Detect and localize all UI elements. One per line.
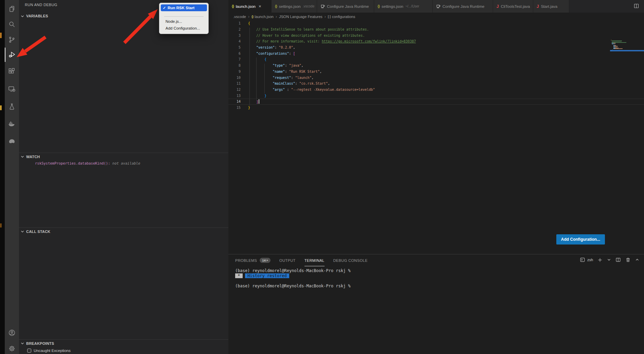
tab-configure-java-runtime[interactable]: Configure Java Runtime (433, 0, 493, 13)
tab-start-java[interactable]: JStart.java (533, 0, 569, 13)
breadcrumb-item[interactable]: {}launch.json (251, 15, 274, 19)
minimap-token (617, 46, 618, 47)
code-token: "Run RSK Start" (289, 70, 319, 73)
tab-configure-java-runtime[interactable]: Configure Java Runtime (317, 0, 374, 13)
line-number: 11 (228, 82, 241, 85)
docker-icon[interactable] (5, 117, 19, 131)
java-runtime-cup-icon (436, 4, 440, 9)
split-terminal-icon[interactable] (615, 257, 621, 263)
panel-tab-terminal[interactable]: TERMINAL (304, 254, 325, 266)
code-token: "co.rsk.Start" (299, 82, 328, 85)
new-terminal-icon[interactable] (597, 257, 603, 263)
history-star-badge: * (235, 273, 243, 278)
code-editor[interactable]: 1{2 // Use IntelliSense to learn about p… (228, 20, 644, 254)
breakpoints-header[interactable]: BREAKPOINTS (19, 339, 228, 347)
check-icon: ✓ (163, 6, 166, 10)
code-token: { (264, 57, 266, 61)
tab-description: .vscode (303, 4, 314, 8)
settings-gear-icon[interactable] (5, 342, 19, 354)
source-control-icon[interactable] (5, 33, 19, 47)
panel-actions: zsh (580, 257, 639, 263)
chevron-down-icon[interactable] (607, 258, 611, 262)
call-stack-header[interactable]: CALL STACK (19, 227, 228, 235)
panel-tab-problems[interactable]: PROBLEMS1K+ (235, 254, 271, 266)
code-text: "type": "java", (248, 64, 303, 67)
chevron-down-icon (21, 155, 24, 158)
section-label: WATCH (26, 155, 40, 159)
minimap-line (612, 45, 613, 45)
json-file-icon: {} (232, 4, 234, 8)
run-and-debug-icon[interactable] (5, 48, 19, 62)
indent-space (248, 34, 256, 37)
watch-value: not available (110, 161, 140, 165)
chevron-down-icon (21, 230, 24, 233)
code-token: "version" (256, 46, 275, 49)
code-line: 10 "request": "launch", (228, 74, 644, 81)
uncaught-exceptions-checkbox[interactable] (27, 349, 31, 353)
indent-space (248, 76, 273, 80)
watch-expression-row[interactable]: rskSystemProperties.databaseKind(): not … (35, 161, 140, 165)
line-number: 10 (228, 76, 241, 80)
watch-header[interactable]: WATCH (19, 153, 228, 160)
split-editor-button[interactable] (633, 3, 639, 10)
remote-explorer-icon[interactable] (5, 82, 19, 96)
menu-item-add-configuration[interactable]: Add Configuration... (166, 26, 200, 32)
breadcrumb-item[interactable]: [ ]configurations (328, 15, 355, 19)
account-icon[interactable] (5, 326, 19, 340)
panel-tab-bar: PROBLEMS1K+OUTPUTTERMINALDEBUG CONSOLE (235, 254, 368, 266)
line-number: 3 (228, 34, 241, 37)
panel-tab-debug-console[interactable]: DEBUG CONSOLE (333, 254, 368, 266)
desktop-edge-strip (0, 0, 5, 354)
chevron-up-icon[interactable] (635, 258, 639, 262)
menu-item-run-rsk-start[interactable]: ✓ Run RSK Start (161, 4, 207, 11)
explorer-icon[interactable] (5, 2, 19, 16)
code-text: ] (248, 99, 259, 104)
terminal-launch-icon[interactable] (580, 257, 585, 263)
line-number: 1 (228, 21, 241, 25)
panel-tab-output[interactable]: OUTPUT (279, 254, 296, 266)
code-line: 7 { (228, 56, 644, 63)
extensions-icon[interactable] (5, 65, 19, 79)
run-and-debug-sidebar: RUN AND DEBUG ··· VARIABLES WATCH rskSys… (19, 0, 228, 354)
code-token: "--regtest -Xkeyvalue.datasource=leveldb… (291, 88, 375, 91)
code-token: , (328, 82, 330, 85)
indent-space (248, 82, 273, 85)
code-line: 5 "version": "0.2.0", (228, 45, 644, 51)
tab-settings-json[interactable]: {}settings.json.vscode (272, 0, 317, 13)
breadcrumb-item[interactable]: JSON Language Features (279, 15, 323, 19)
code-text: { (248, 57, 266, 61)
breadcrumb-label: launch.json (255, 15, 274, 19)
code-text: "request": "launch", (248, 76, 314, 80)
code-token: // Use IntelliSense to learn about possi… (256, 28, 369, 31)
minimap[interactable] (610, 37, 644, 56)
code-token: , (312, 76, 314, 80)
tab-launch-json[interactable]: {}launch.json× (228, 0, 272, 13)
code-line: 11 "mainClass": "co.rsk.Start", (228, 81, 644, 87)
close-icon[interactable]: × (259, 4, 261, 9)
tab-settings-json[interactable]: {}settings.json~/.../User (374, 0, 433, 13)
selected-config-label: Run RSK Start (168, 6, 194, 10)
trash-icon[interactable] (625, 257, 631, 263)
panel-tab-label: OUTPUT (279, 258, 296, 263)
bottom-panel: PROBLEMS1K+OUTPUTTERMINALDEBUG CONSOLE z… (228, 254, 644, 354)
line-number: 7 (228, 57, 241, 61)
breakpoints-section: BREAKPOINTS Uncaught Exceptions (19, 339, 228, 347)
menu-item-nodejs[interactable]: Node.js... (166, 19, 182, 25)
breadcrumb-item[interactable]: .vscode (233, 15, 246, 19)
code-text: "name": "Run RSK Start", (248, 70, 322, 73)
panel-tab-label: DEBUG CONSOLE (333, 258, 368, 263)
section-label: CALL STACK (26, 230, 50, 234)
tab-clitoolstest-java[interactable]: JCliToolsTest.java (493, 0, 533, 13)
terminal-line: (base) reynoldmorel@Reynolds-MacBook-Pro… (235, 268, 351, 273)
code-line: 2 // Use IntelliSense to learn about pos… (228, 27, 644, 33)
brackets-icon: [ ] (328, 15, 331, 18)
breadcrumb-label: JSON Language Features (279, 15, 323, 19)
code-token: : (285, 70, 289, 73)
testing-icon[interactable] (5, 100, 19, 114)
add-configuration-button[interactable]: Add Configuration... (556, 234, 605, 245)
terminal-output[interactable]: (base) reynoldmorel@Reynolds-MacBook-Pro… (235, 268, 351, 289)
code-token: : (291, 76, 295, 80)
gradle-icon[interactable] (5, 134, 19, 148)
code-token: { (248, 21, 250, 25)
search-icon[interactable] (5, 17, 19, 32)
